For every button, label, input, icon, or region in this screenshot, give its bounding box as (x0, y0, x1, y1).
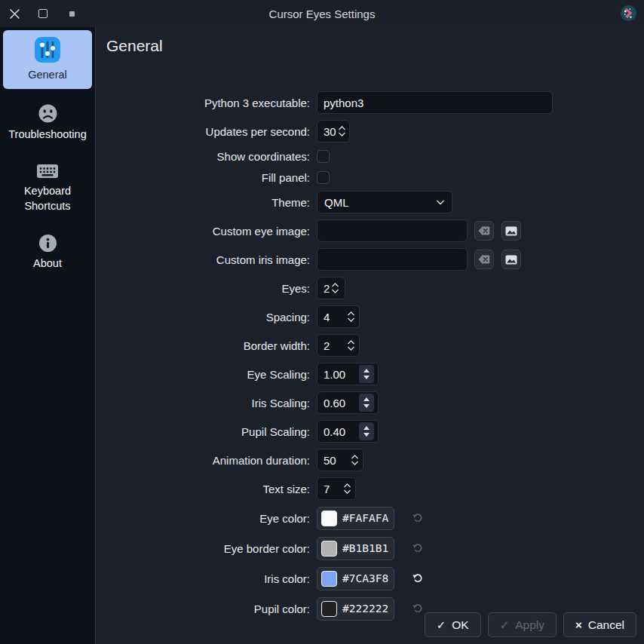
fill-panel-checkbox[interactable] (317, 171, 330, 184)
field-label: Custom eye image: (96, 225, 310, 238)
row-custom-iris-image: Custom iris image: (96, 248, 644, 271)
sidebar: General Troubleshooting (0, 27, 96, 644)
chevron-up-icon (331, 282, 339, 288)
triangle-up-icon (363, 369, 370, 373)
ok-button[interactable]: ✓ OK (425, 612, 481, 637)
spinbox-arrows[interactable] (347, 339, 355, 351)
spacing-spinbox[interactable]: 4 (317, 305, 360, 328)
eye-color-button[interactable]: #FAFAFA (317, 507, 394, 530)
chevron-up-icon (351, 454, 359, 460)
row-updates-per-second: Updates per second: 30 (96, 120, 644, 143)
spinbox-arrows[interactable] (343, 483, 351, 495)
iris-scaling-spinbox[interactable]: 0.60 (317, 391, 379, 414)
color-swatch (321, 541, 337, 557)
close-icon: × (575, 619, 582, 630)
field-label: Pupil Scaling: (96, 425, 310, 438)
row-animation-duration: Animation duration: 50 (96, 449, 644, 471)
chevron-down-icon (331, 288, 339, 294)
keyboard-icon (36, 162, 59, 180)
reset-pupil-color-button[interactable] (412, 603, 424, 615)
color-hex-value: #FAFAFA (342, 512, 388, 524)
cancel-button-label: Cancel (588, 618, 624, 632)
sidebar-item-keyboard-shortcuts[interactable]: Keyboard Shortcuts (3, 157, 92, 219)
spinbox-value: 4 (324, 311, 330, 324)
row-theme: Theme: QML (96, 191, 644, 213)
row-text-size: Text size: 7 (96, 477, 644, 500)
row-pupil-scaling: Pupil Scaling: 0.40 (96, 420, 644, 443)
animation-duration-spinbox[interactable]: 50 (317, 449, 363, 471)
color-swatch (321, 511, 337, 526)
chevron-down-icon (347, 317, 355, 323)
triangle-down-icon (363, 433, 370, 437)
minimize-icon (69, 11, 75, 17)
row-custom-eye-image: Custom eye image: (96, 219, 644, 242)
show-coordinates-checkbox[interactable] (317, 150, 330, 163)
spinbox-value: 0.40 (324, 425, 345, 438)
eyes-spinbox[interactable]: 2 (317, 277, 345, 299)
field-label: Show coordinates: (96, 150, 310, 163)
border-width-spinbox[interactable]: 2 (317, 334, 360, 357)
minimize-button[interactable] (66, 8, 78, 20)
spinbox-arrows[interactable] (338, 125, 346, 137)
triangle-down-icon (363, 404, 370, 408)
settings-form: Python 3 executable: Updates per second:… (96, 91, 644, 621)
field-label: Fill panel: (96, 171, 310, 184)
chevron-down-icon (343, 489, 351, 495)
custom-eye-image-input[interactable] (317, 219, 468, 242)
spinbox-value: 2 (324, 282, 330, 295)
spinbox-arrows[interactable] (359, 365, 374, 383)
pupil-scaling-spinbox[interactable]: 0.40 (317, 420, 379, 443)
field-label: Eye border color: (96, 542, 310, 555)
apply-button[interactable]: ✓ Apply (488, 612, 557, 637)
spinbox-arrows[interactable] (351, 454, 359, 466)
row-python-executable: Python 3 executable: (96, 91, 644, 114)
eye-border-color-button[interactable]: #B1B1B1 (317, 537, 394, 560)
check-icon: ✓ (437, 618, 446, 632)
clear-eye-image-button[interactable] (474, 221, 494, 241)
field-label: Animation duration: (96, 454, 310, 467)
row-border-width: Border width: 2 (96, 334, 644, 357)
text-size-spinbox[interactable]: 7 (317, 477, 356, 500)
close-icon (9, 8, 20, 20)
undo-icon (412, 542, 424, 554)
sidebar-item-about[interactable]: About (3, 228, 92, 278)
backspace-icon (478, 226, 490, 235)
sidebar-item-troubleshooting[interactable]: Troubleshooting (3, 98, 92, 149)
updates-per-second-spinbox[interactable]: 30 (317, 120, 350, 143)
row-eye-scaling: Eye Scaling: 1.00 (96, 363, 644, 385)
sidebar-item-general[interactable]: General (3, 30, 92, 89)
maximize-icon (38, 9, 48, 18)
field-label: Pupil color: (96, 603, 310, 615)
custom-iris-image-input[interactable] (317, 248, 468, 271)
eye-scaling-spinbox[interactable]: 1.00 (317, 363, 379, 385)
backspace-icon (478, 255, 490, 264)
python-executable-input[interactable] (317, 91, 553, 114)
color-swatch (321, 571, 337, 587)
reset-eye-border-color-button[interactable] (412, 542, 424, 554)
pick-eye-image-button[interactable] (501, 221, 521, 241)
spinbox-arrows[interactable] (331, 282, 339, 294)
chevron-up-icon (338, 125, 346, 131)
iris-color-button[interactable]: #7CA3F8 (317, 567, 394, 590)
spinbox-arrows[interactable] (347, 311, 355, 323)
chevron-down-icon (436, 199, 445, 205)
cancel-button[interactable]: × Cancel (563, 612, 636, 637)
dialog-footer: ✓ OK ✓ Apply × Cancel (425, 612, 636, 637)
reset-eye-color-button[interactable] (412, 512, 424, 524)
spinbox-arrows[interactable] (359, 394, 374, 412)
row-show-coordinates: Show coordinates: (96, 149, 644, 164)
field-label: Eyes: (96, 282, 310, 295)
spinbox-arrows[interactable] (359, 422, 374, 440)
pupil-color-button[interactable]: #222222 (317, 597, 394, 621)
reset-iris-color-button[interactable] (412, 572, 424, 584)
spinbox-value: 7 (324, 483, 330, 495)
triangle-down-icon (363, 376, 370, 379)
ok-button-label: OK (452, 618, 468, 632)
maximize-button[interactable] (37, 8, 49, 20)
theme-dropdown[interactable]: QML (317, 191, 452, 213)
image-icon (505, 255, 517, 265)
clear-iris-image-button[interactable] (474, 250, 494, 269)
pick-iris-image-button[interactable] (501, 250, 521, 269)
close-button[interactable] (8, 8, 20, 20)
sad-face-icon (38, 103, 58, 124)
